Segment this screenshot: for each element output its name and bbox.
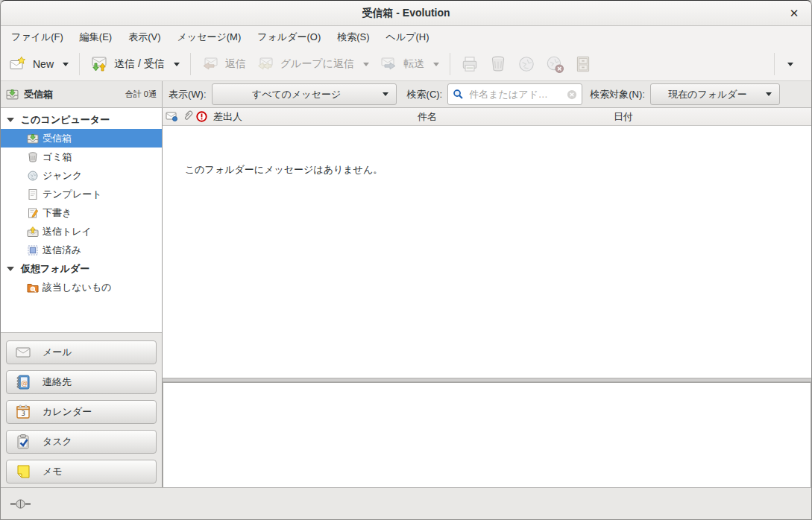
attachment-column-icon[interactable] [183,110,193,122]
sent-icon [27,244,39,256]
folder-item-templates[interactable]: テンプレート [1,185,162,203]
message-status-column-icon[interactable] [166,111,177,121]
search-folder-icon [27,282,39,294]
folder-item-trash[interactable]: ゴミ箱 [1,148,162,166]
search-label: 検索(C): [407,88,443,101]
folder-item-label: 送信済み [43,244,81,257]
chevron-down-icon [383,92,388,96]
menu-edit[interactable]: 編集(E) [72,26,120,48]
column-header-subject[interactable]: 件名 [418,110,437,124]
message-pane: 差出人 件名 日付 このフォルダーにメッセージはありません。 [163,108,811,487]
reply-button[interactable]: 返信 [196,51,251,77]
folder-item-unmatched[interactable]: 該当しないもの [1,278,162,297]
column-header-date[interactable]: 日付 [614,110,633,124]
junk-button[interactable] [512,51,541,77]
group-reply-dropdown-arrow-icon[interactable] [363,63,369,66]
clear-search-icon[interactable] [567,89,577,100]
message-list-header: 差出人 件名 日付 [163,108,811,126]
menu-message[interactable]: メッセージ(M) [169,26,250,48]
folder-item-inbox[interactable]: 受信箱 [1,129,162,148]
current-folder-indicator: 受信箱 合計 0通 [1,81,163,107]
menu-search[interactable]: 検索(S) [329,26,377,48]
search-scope-dropdown[interactable]: 現在のフォルダー [650,83,780,105]
priority-column-icon[interactable] [196,111,207,122]
search-box[interactable] [447,83,582,105]
delete-button[interactable] [484,51,512,77]
send-receive-dropdown-arrow-icon[interactable] [174,63,180,66]
search-scope-value: 現在のフォルダー [658,88,757,101]
menu-file[interactable]: ファイル(F) [3,26,72,48]
junk-icon [27,170,39,182]
titlebar: 受信箱 - Evolution ✕ [1,1,811,26]
send-receive-icon [90,55,108,73]
menu-help[interactable]: ヘルプ(H) [378,26,438,48]
expander-icon[interactable] [7,118,14,122]
folder-item-sent[interactable]: 送信済み [1,241,162,259]
trash-icon [488,54,508,74]
switcher-label: カレンダー [43,405,92,419]
search-icon [453,89,464,100]
message-filter-dropdown[interactable]: すべてのメッセージ [212,83,397,105]
folder-item-label: ジャンク [43,169,82,183]
close-icon: ✕ [790,7,799,20]
online-status-icon [10,498,31,510]
forward-icon [380,55,397,73]
folder-item-drafts[interactable]: 下書き [1,203,162,222]
statusbar [1,487,811,519]
folder-item-junk[interactable]: ジャンク [1,166,162,185]
switcher-contacts-button[interactable]: @ 連絡先 [6,370,157,394]
show-label: 表示(W): [169,88,207,101]
search-input[interactable] [468,88,563,101]
chevron-down-icon [766,92,772,96]
new-button-label: New [33,58,54,70]
folder-item-outbox[interactable]: 送信トレイ [1,222,162,241]
window-title: 受信箱 - Evolution [362,7,450,20]
menu-folder[interactable]: フォルダー(O) [249,26,329,48]
memo-icon [15,463,31,480]
preview-pane[interactable] [163,382,811,487]
print-icon [460,54,479,74]
trash-icon [27,151,39,163]
reply-icon [201,55,219,73]
overflow-arrow-icon [787,63,793,66]
new-button[interactable]: New [4,51,74,77]
switcher-label: メモ [43,465,63,478]
switcher-label: メール [43,346,72,359]
archive-button[interactable] [569,51,597,77]
close-button[interactable]: ✕ [786,5,802,22]
toolbar-separator [450,53,450,75]
send-receive-button[interactable]: 送信 / 受信 [85,51,185,77]
toolbar-separator [79,53,80,75]
folder-group-this-computer[interactable]: このコンピューター [1,110,162,129]
forward-label: 転送 [403,57,424,71]
forward-button[interactable]: 転送 [374,51,444,77]
folder-item-label: テンプレート [43,188,102,201]
online-status-button[interactable] [10,498,31,510]
switcher-memos-button[interactable]: メモ [6,460,157,483]
folder-group-search-folders[interactable]: 仮想フォルダー [1,259,162,278]
toolbar: New 送信 / 受信 返信 グループに返信 [1,48,811,80]
inbox-icon [6,88,19,101]
message-count: 合計 0通 [125,89,157,100]
folder-bar: 受信箱 合計 0通 表示(W): すべてのメッセージ 検索(C): 検索対象(N… [1,80,811,108]
folder-item-label: 受信箱 [43,132,72,145]
print-button[interactable] [456,51,484,77]
switcher-calendar-button[interactable]: 3 カレンダー [6,400,157,424]
new-dropdown-arrow-icon[interactable] [63,63,69,66]
forward-dropdown-arrow-icon[interactable] [433,63,439,66]
toolbar-overflow-button[interactable] [780,59,798,70]
empty-folder-message: このフォルダーにメッセージはありません。 [185,163,383,177]
menu-view[interactable]: 表示(V) [120,26,169,48]
not-junk-button[interactable] [541,51,569,77]
svg-text:@: @ [21,379,28,387]
message-list[interactable]: このフォルダーにメッセージはありません。 [163,126,811,378]
group-reply-button[interactable]: グループに返信 [251,51,374,77]
view-switcher: メール @ 連絡先 3 カレンダー [1,333,162,487]
switcher-label: タスク [43,435,72,448]
junk-icon [517,54,536,74]
expander-icon[interactable] [7,267,14,271]
search-scope-label: 検索対象(N): [590,88,645,101]
column-header-from[interactable]: 差出人 [213,110,242,124]
switcher-tasks-button[interactable]: タスク [6,430,157,454]
switcher-mail-button[interactable]: メール [6,340,157,364]
